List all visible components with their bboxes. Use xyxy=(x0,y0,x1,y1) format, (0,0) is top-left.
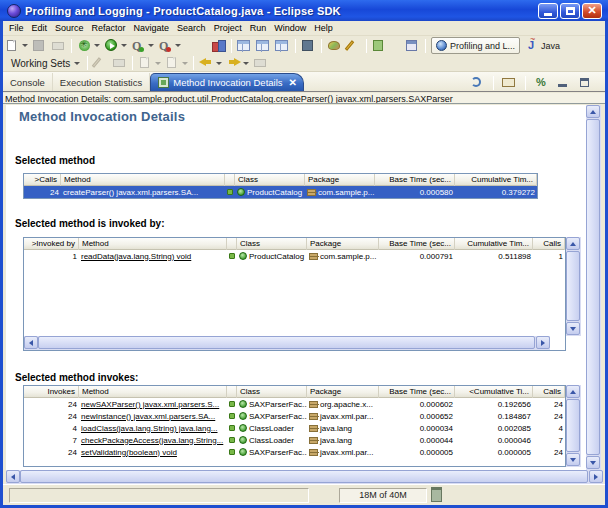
tab-close-icon[interactable]: ✕ xyxy=(289,78,297,88)
annotation-button[interactable] xyxy=(345,38,362,54)
cell-base[interactable]: 0.000602 xyxy=(379,398,455,410)
new-wizard-dropdown-arrow[interactable] xyxy=(22,44,28,47)
table-row[interactable]: 1readData(java.lang.String) voidProductC… xyxy=(24,250,565,262)
column-header[interactable]: Class xyxy=(237,238,307,250)
toggle-mark-occurrences-button[interactable] xyxy=(92,55,109,71)
scrollbar-thumb[interactable] xyxy=(566,399,580,452)
column-header[interactable]: Base Time (sec... xyxy=(375,174,455,186)
invoked-by-table-hscrollbar[interactable] xyxy=(24,336,550,350)
column-header[interactable]: Method xyxy=(79,238,227,250)
pin-editor-button[interactable] xyxy=(252,55,269,71)
cell-count[interactable]: 24 xyxy=(533,398,565,410)
invokes-table-vscrollbar[interactable] xyxy=(566,385,581,467)
view-hscrollbar[interactable] xyxy=(6,470,603,484)
menu-window[interactable]: Window xyxy=(270,22,310,34)
cell-package[interactable]: java.lang xyxy=(307,422,379,434)
cell-icon[interactable] xyxy=(227,434,237,446)
cell-class[interactable]: SAXParserFac... xyxy=(237,446,307,458)
open-perspective-button[interactable] xyxy=(404,38,421,54)
scroll-down-button[interactable] xyxy=(566,453,580,466)
cell-base[interactable]: 0.000044 xyxy=(379,434,455,446)
perspective-profiling-button[interactable]: Profiling and L... xyxy=(431,37,520,54)
table-row[interactable]: 24newInstance() javax.xml.parsers.SA...S… xyxy=(24,410,565,422)
print-button[interactable] xyxy=(50,38,67,54)
method-link[interactable]: newSAXParser() javax.xml.parsers.S... xyxy=(81,400,219,409)
scrollbar-thumb[interactable] xyxy=(566,251,580,321)
back-dropdown-arrow[interactable] xyxy=(216,62,222,65)
column-header[interactable]: Package xyxy=(305,174,375,186)
column-header[interactable]: Method xyxy=(79,386,227,398)
scroll-up-button[interactable] xyxy=(586,105,600,118)
cell-base[interactable]: 0.000580 xyxy=(375,186,455,198)
profile-dropdown-arrow[interactable] xyxy=(148,44,154,47)
method-link[interactable]: checkPackageAccess(java.lang.String... xyxy=(81,436,223,445)
menu-navigate[interactable]: Navigate xyxy=(130,22,174,34)
cell-package[interactable]: java.lang xyxy=(307,434,379,446)
working-sets-button[interactable]: Working Sets xyxy=(7,57,84,70)
forward-dropdown-arrow[interactable] xyxy=(243,62,249,65)
cell-count[interactable]: 7 xyxy=(533,434,565,446)
cell-method[interactable]: createParser() javax.xml.parsers.SA... xyxy=(61,186,225,198)
invoked-by-table[interactable]: >Invoked byMethodClassPackageBase Time (… xyxy=(23,237,566,351)
cell-cumulative[interactable]: 0.379272 xyxy=(455,186,537,198)
invokes-table[interactable]: InvokesMethodClassPackageBase Time (sec.… xyxy=(23,385,566,467)
cell-cumulative[interactable]: 0.000005 xyxy=(455,446,533,458)
method-link[interactable]: loadClass(java.lang.String) java.lang... xyxy=(81,424,218,433)
back-button[interactable] xyxy=(198,55,223,71)
cell-calls[interactable]: 1 xyxy=(24,250,79,262)
cell-count[interactable]: 24 xyxy=(533,410,565,422)
show-percent-button[interactable]: % xyxy=(533,75,550,91)
debug-button[interactable] xyxy=(76,38,101,54)
open-view-3-button[interactable] xyxy=(274,38,291,54)
column-header[interactable]: Invokes xyxy=(24,386,79,398)
bookmark-button[interactable] xyxy=(371,38,388,54)
cell-class[interactable]: ClassLoader xyxy=(237,434,307,446)
scroll-up-button[interactable] xyxy=(566,237,580,250)
table-row[interactable]: 4loadClass(java.lang.String) java.lang..… xyxy=(24,422,565,434)
table-row[interactable]: 7checkPackageAccess(java.lang.String...C… xyxy=(24,434,565,446)
column-header[interactable]: Class xyxy=(235,174,305,186)
column-header[interactable]: Base Time (sec... xyxy=(379,238,455,250)
cell-cumulative[interactable]: 0.511898 xyxy=(455,250,533,262)
cell-calls[interactable]: 4 xyxy=(24,422,79,434)
cell-calls[interactable]: 24 xyxy=(24,186,61,198)
run-dropdown-arrow[interactable] xyxy=(121,44,127,47)
scroll-right-button[interactable] xyxy=(536,336,550,349)
tab-console[interactable]: Console xyxy=(3,73,53,91)
cell-method[interactable]: readData(java.lang.String) void xyxy=(79,250,227,262)
column-header[interactable]: Cumulative Tim... xyxy=(455,174,537,186)
column-header[interactable] xyxy=(227,238,237,250)
open-view-2-button[interactable] xyxy=(255,38,272,54)
external-tools-dropdown-arrow[interactable] xyxy=(175,44,181,47)
cell-method[interactable]: setValidating(boolean) void xyxy=(79,446,227,458)
column-header[interactable] xyxy=(227,386,237,398)
cell-method[interactable]: loadClass(java.lang.String) java.lang... xyxy=(79,422,227,434)
cell-cumulative[interactable]: 0.192656 xyxy=(455,398,533,410)
forward-button[interactable] xyxy=(225,55,250,71)
cell-base[interactable]: 0.000005 xyxy=(379,446,455,458)
tab-method-invocation-details[interactable]: Method Invocation Details ✕ xyxy=(150,73,304,91)
cell-calls[interactable]: 24 xyxy=(24,446,79,458)
team-button[interactable] xyxy=(300,38,317,54)
cell-cumulative[interactable]: 0.000046 xyxy=(455,434,533,446)
column-header[interactable]: >Calls xyxy=(24,174,61,186)
scrollbar-thumb[interactable] xyxy=(20,470,588,483)
column-header[interactable]: >Invoked by xyxy=(24,238,79,250)
cell-package[interactable]: com.sample.p... xyxy=(305,186,375,198)
menu-source[interactable]: Source xyxy=(51,22,88,34)
column-header[interactable]: <Cumulative Ti... xyxy=(455,386,533,398)
menu-project[interactable]: Project xyxy=(210,22,246,34)
cell-package[interactable]: javax.xml.par... xyxy=(307,446,379,458)
column-header[interactable]: Calls xyxy=(533,238,565,250)
method-link[interactable]: newInstance() javax.xml.parsers.SA... xyxy=(81,412,215,421)
column-header[interactable]: Base Time (sec... xyxy=(379,386,455,398)
cell-class[interactable]: ClassLoader xyxy=(237,422,307,434)
scrollbar-thumb[interactable] xyxy=(38,336,535,349)
cell-calls[interactable]: 7 xyxy=(24,434,79,446)
external-tools-button[interactable]: Q xyxy=(157,38,182,54)
debug-dropdown-arrow[interactable] xyxy=(94,44,100,47)
cell-base[interactable]: 0.000791 xyxy=(379,250,455,262)
menu-search[interactable]: Search xyxy=(173,22,210,34)
cell-cumulative[interactable]: 0.002085 xyxy=(455,422,533,434)
refresh-view-button[interactable] xyxy=(469,75,486,91)
